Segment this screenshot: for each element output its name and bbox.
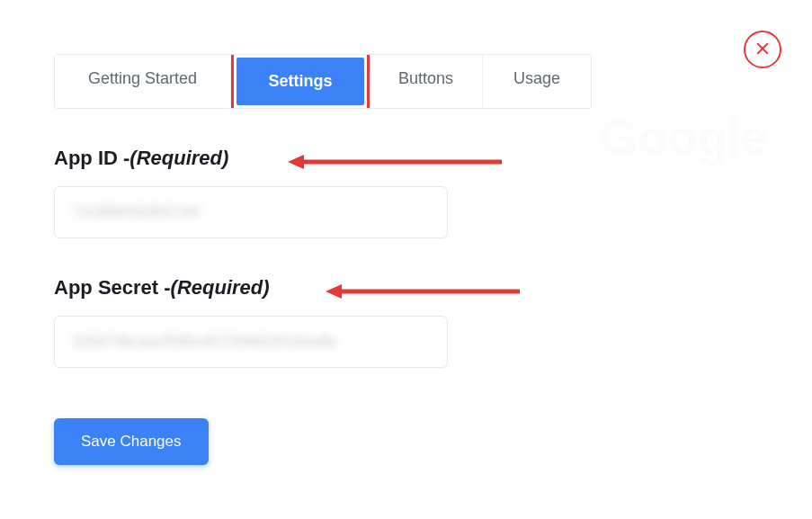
app-secret-required: (Required)	[171, 276, 270, 300]
tab-buttons[interactable]: Buttons	[370, 55, 483, 108]
app-id-required: (Required)	[129, 147, 228, 170]
tab-getting-started[interactable]: Getting Started	[55, 55, 231, 108]
app-id-label: App ID -	[54, 147, 129, 170]
app-id-value: 741888455955744	[73, 204, 200, 220]
app-secret-label: App Secret -	[54, 276, 171, 300]
app-secret-value: 325074bcaacf580c457294602016ee8e	[73, 334, 337, 350]
close-icon	[754, 40, 771, 59]
tab-bar: Getting Started Settings Buttons Usage	[54, 54, 592, 109]
svg-marker-3	[288, 155, 304, 169]
close-button[interactable]	[744, 31, 781, 68]
arrow-icon	[288, 154, 502, 170]
app-id-input[interactable]: 741888455955744	[54, 186, 448, 238]
settings-panel: Getting Started Settings Buttons Usage A…	[54, 54, 593, 465]
tab-settings[interactable]: Settings	[236, 58, 364, 105]
svg-marker-5	[326, 284, 342, 299]
arrow-icon	[326, 283, 520, 300]
tab-usage[interactable]: Usage	[483, 55, 591, 108]
app-secret-input[interactable]: 325074bcaacf580c457294602016ee8e	[54, 316, 448, 368]
field-app-id: App ID - (Required) 741888455955744	[54, 147, 593, 238]
tab-settings-highlight: Settings	[231, 54, 370, 109]
background-brand-label: Google	[599, 108, 767, 166]
save-changes-button[interactable]: Save Changes	[54, 418, 209, 465]
field-app-secret: App Secret - (Required) 325074bcaacf580c…	[54, 276, 593, 368]
